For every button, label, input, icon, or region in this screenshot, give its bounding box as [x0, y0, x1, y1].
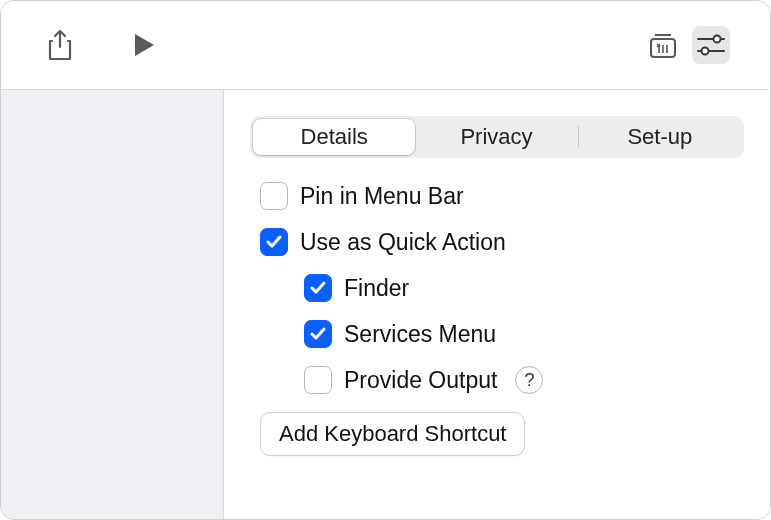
tab-details[interactable]: Details	[253, 119, 415, 155]
svg-point-4	[702, 48, 709, 55]
share-button[interactable]	[41, 26, 79, 64]
tab-label: Set-up	[627, 124, 692, 150]
option-finder[interactable]: Finder	[260, 274, 744, 302]
run-button[interactable]	[125, 26, 163, 64]
play-icon	[132, 32, 156, 58]
svg-point-2	[714, 36, 721, 43]
checkbox[interactable]	[260, 228, 288, 256]
help-button[interactable]: ?	[515, 366, 543, 394]
option-use-as-quick-action[interactable]: Use as Quick Action	[260, 228, 744, 256]
segmented-control: Details Privacy Set-up	[250, 116, 744, 158]
option-label: Finder	[344, 275, 409, 302]
option-label: Pin in Menu Bar	[300, 183, 464, 210]
tab-label: Details	[301, 124, 368, 150]
checkbox[interactable]	[260, 182, 288, 210]
option-label: Services Menu	[344, 321, 496, 348]
share-icon	[46, 29, 74, 61]
button-label: Add Keyboard Shortcut	[279, 421, 506, 447]
checkbox[interactable]	[304, 320, 332, 348]
option-label: Provide Output	[344, 367, 497, 394]
settings-button[interactable]	[692, 26, 730, 64]
library-button[interactable]	[644, 26, 682, 64]
option-pin-in-menu-bar[interactable]: Pin in Menu Bar	[260, 182, 744, 210]
sidebar	[1, 90, 224, 519]
details-panel: Details Privacy Set-up Pin in Menu Bar	[224, 90, 770, 519]
settings-icon	[695, 33, 727, 57]
checkbox[interactable]	[304, 366, 332, 394]
toolbar	[1, 1, 770, 89]
tab-setup[interactable]: Set-up	[579, 119, 741, 155]
library-icon	[647, 31, 679, 59]
option-provide-output[interactable]: Provide Output ?	[260, 366, 744, 394]
question-icon: ?	[524, 370, 534, 391]
add-keyboard-shortcut-button[interactable]: Add Keyboard Shortcut	[260, 412, 525, 456]
tab-privacy[interactable]: Privacy	[415, 119, 577, 155]
checkbox[interactable]	[304, 274, 332, 302]
tab-label: Privacy	[460, 124, 532, 150]
option-label: Use as Quick Action	[300, 229, 506, 256]
option-services-menu[interactable]: Services Menu	[260, 320, 744, 348]
